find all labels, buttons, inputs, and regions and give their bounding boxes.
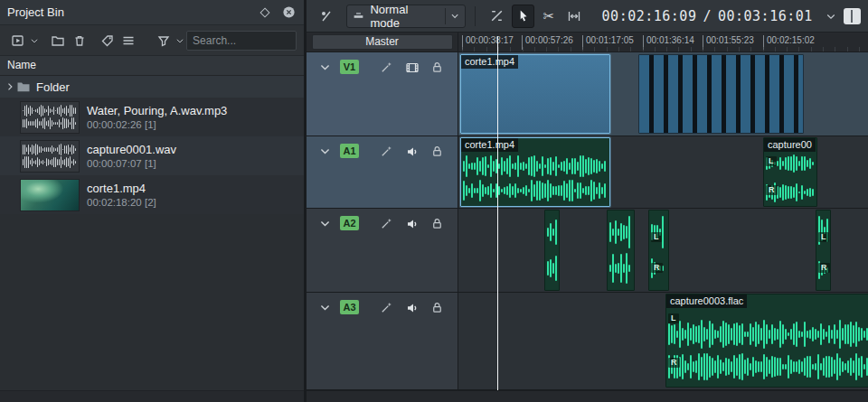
timeline-ruler: Master 00:00:38:17 00:00:57:26 00:01:17:…	[307, 33, 868, 52]
track-row-v1: V1 corte1.mp4	[307, 52, 868, 136]
expander-icon[interactable]	[4, 76, 16, 98]
filter-icon[interactable]	[153, 30, 174, 51]
video-track-icon[interactable]	[404, 60, 420, 75]
bin-item-row[interactable]: corte1.mp4 00:02:18:20 [2]	[0, 175, 304, 214]
create-folder-icon[interactable]	[48, 30, 69, 51]
track-content-a3[interactable]: capture0003.flac L R	[458, 293, 868, 389]
ruler-scale[interactable]: 00:00:38:17 00:00:57:26 00:01:17:05 00:0…	[458, 33, 868, 51]
lock-track-icon[interactable]	[429, 60, 445, 75]
selection-tool-icon[interactable]	[512, 5, 534, 28]
bin-bottom-scrollbar[interactable]	[0, 390, 304, 402]
timecode-total: 00:03:16:01	[718, 8, 813, 24]
video-clip[interactable]: corte1.mp4	[460, 54, 610, 134]
mute-track-icon[interactable]	[404, 216, 420, 231]
name-column-header[interactable]: Name	[0, 56, 304, 76]
search-input[interactable]	[186, 31, 297, 51]
mute-track-icon[interactable]	[404, 144, 420, 159]
add-clip-chevron-icon[interactable]	[28, 30, 41, 51]
track-header-a3[interactable]: A3	[307, 293, 458, 389]
lock-track-icon[interactable]	[429, 216, 445, 231]
audio-clip[interactable]: L R	[648, 210, 669, 291]
playhead-line[interactable]	[497, 36, 498, 390]
menu-icon[interactable]	[118, 30, 138, 51]
track-content-v1[interactable]: corte1.mp4	[458, 52, 868, 136]
close-panel-icon[interactable]	[280, 5, 297, 21]
video-clip-sequence[interactable]	[638, 54, 804, 134]
bin-item-row[interactable]: capture0001.wav 00:00:07:07 [1]	[0, 136, 304, 175]
track-header-a2[interactable]: A2	[307, 209, 458, 292]
master-button[interactable]: Master	[312, 34, 453, 50]
clip-name: corte1.mp4	[87, 182, 156, 195]
spacer-tool-icon[interactable]	[563, 5, 585, 28]
filter-chevron-icon[interactable]	[174, 30, 186, 51]
audio-clip[interactable]	[544, 210, 560, 291]
mix-clips-icon[interactable]	[486, 5, 508, 28]
lock-track-icon[interactable]	[429, 300, 445, 315]
track-header-v1[interactable]: V1	[307, 52, 458, 136]
audio-clip[interactable]	[607, 210, 635, 291]
track-badge[interactable]: V1	[340, 60, 359, 74]
track-content-a2[interactable]: L R L R	[458, 209, 868, 292]
timeline-horizontal-scrollbar[interactable]	[307, 390, 868, 402]
channel-right-label: R	[818, 263, 830, 273]
edit-mode-icon	[353, 10, 364, 23]
float-panel-icon[interactable]	[257, 5, 273, 21]
dropdown-separator	[445, 8, 446, 24]
clip-label: corte1.mp4	[461, 138, 518, 152]
ruler-tick-label: 00:00:38:17	[462, 35, 514, 50]
lock-track-icon[interactable]	[429, 144, 445, 159]
project-bin-toolbar	[0, 25, 304, 56]
channel-left-label: L	[651, 232, 662, 242]
collapse-track-icon[interactable]	[317, 216, 333, 231]
audio-clip[interactable]: capture0003.flac L R	[665, 294, 868, 388]
timeline-settings-icon[interactable]	[316, 5, 337, 28]
toolbar-overflow-icon[interactable]	[844, 8, 861, 24]
track-badge[interactable]: A1	[340, 144, 359, 158]
track-badge[interactable]: A2	[340, 216, 359, 230]
video-thumbnail	[20, 179, 80, 211]
audio-clip[interactable]: capture00 L R	[763, 137, 817, 207]
timecode-display[interactable]: 00:02:16:09 / 00:03:16:01	[602, 8, 813, 24]
delete-icon[interactable]	[69, 30, 90, 51]
clip-name: Water, Pouring, A.wav.mp3	[87, 104, 227, 117]
track-content-a1[interactable]: corte1.mp4 capture00 L R	[458, 136, 868, 208]
project-bin-titlebar[interactable]: Project Bin	[0, 0, 304, 25]
clip-label: capture00	[764, 138, 816, 152]
bin-item-row[interactable]: Water, Pouring, A.wav.mp3 00:00:02:26 [1…	[0, 98, 304, 136]
timeline-panel: Normal mode ✂ 00:02:16:09 / 00:03:16:01	[307, 0, 868, 402]
project-bin-panel: Project Bin	[0, 0, 307, 402]
master-area: Master	[307, 33, 458, 51]
track-badge[interactable]: A3	[340, 300, 359, 314]
track-header-a1[interactable]: A1	[307, 136, 458, 208]
collapse-track-icon[interactable]	[317, 60, 333, 75]
track-effects-icon[interactable]	[379, 216, 394, 231]
clip-duration: 00:00:07:07 [1]	[87, 158, 176, 169]
tags-icon[interactable]	[97, 30, 118, 51]
channel-right-label: R	[668, 358, 680, 368]
audio-clip[interactable]: L R	[816, 210, 831, 291]
chevron-down-icon	[450, 11, 459, 21]
timeline-toolbar: Normal mode ✂ 00:02:16:09 / 00:03:16:01	[307, 0, 868, 33]
folder-row[interactable]: Folder	[0, 76, 304, 98]
channel-right-label: R	[651, 263, 663, 273]
toolbar-divider	[475, 6, 476, 26]
track-row-a1: A1 corte1.mp4	[307, 136, 868, 209]
audio-clip[interactable]: corte1.mp4	[460, 137, 610, 207]
project-bin-tree: Folder Water, Pouring, A.wav.mp3 00:00:0…	[0, 76, 304, 390]
collapse-track-icon[interactable]	[317, 300, 333, 315]
collapse-track-icon[interactable]	[317, 144, 333, 159]
ruler-tick-label: 00:01:55:23	[703, 35, 754, 50]
timecode-separator: /	[703, 8, 712, 24]
track-effects-icon[interactable]	[379, 300, 394, 315]
ruler-tick-label: 00:01:36:14	[643, 35, 694, 50]
clip-duration: 00:02:18:20 [2]	[87, 197, 156, 208]
edit-mode-dropdown[interactable]: Normal mode	[346, 5, 465, 28]
timecode-chevron-icon[interactable]	[820, 5, 842, 28]
track-effects-icon[interactable]	[379, 144, 394, 159]
razor-tool-icon[interactable]: ✂	[538, 5, 560, 28]
add-clip-icon[interactable]	[7, 30, 28, 51]
track-effects-icon[interactable]	[379, 60, 394, 75]
mute-track-icon[interactable]	[404, 300, 420, 315]
clip-label: capture0003.flac	[666, 294, 747, 308]
timecode-current: 00:02:16:09	[602, 8, 697, 24]
